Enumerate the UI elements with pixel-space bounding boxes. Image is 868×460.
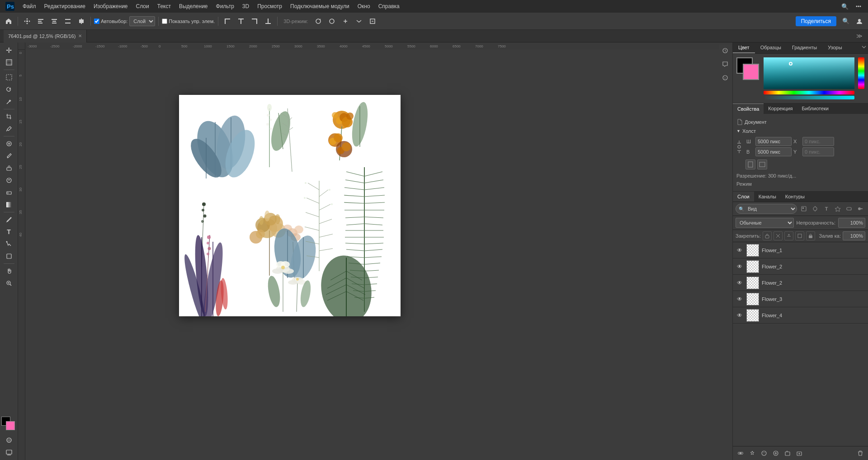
- screen-mode[interactable]: [3, 446, 15, 458]
- menu-layers[interactable]: Слои: [132, 1, 153, 11]
- stamp-tool[interactable]: [3, 162, 15, 174]
- layer-row-flower2b[interactable]: 👁 Flower_2: [733, 275, 868, 291]
- lasso-tool[interactable]: [3, 84, 15, 95]
- marquee-tool[interactable]: [3, 71, 15, 83]
- panel-collapse-icon[interactable]: ≫: [854, 33, 864, 39]
- align-tc[interactable]: [235, 15, 247, 27]
- menu-3d[interactable]: 3D: [239, 1, 253, 11]
- menu-selection[interactable]: Выделение: [175, 1, 212, 11]
- tab-libraries[interactable]: Библиотеки: [797, 103, 833, 114]
- tab-swatches[interactable]: Образцы: [755, 42, 787, 53]
- 3d-pan[interactable]: [340, 15, 351, 27]
- menu-help[interactable]: Справка: [375, 1, 403, 11]
- crop-tool[interactable]: [3, 111, 15, 122]
- color-panel-menu[interactable]: [860, 42, 868, 53]
- show-elements-checkbox[interactable]: Показать упр. элем.: [162, 19, 215, 24]
- autovybor-select[interactable]: Слой: [129, 16, 155, 26]
- filter-shape-icon[interactable]: [833, 204, 843, 214]
- zoom-tool[interactable]: [3, 277, 15, 289]
- eyedropper-tool[interactable]: [3, 123, 15, 135]
- filter-adjust-icon[interactable]: [810, 204, 820, 214]
- filter-pixel-icon[interactable]: [799, 204, 809, 214]
- tab-layers[interactable]: Слои: [733, 192, 754, 202]
- layer-row-flower1[interactable]: 👁 Flower_1: [733, 242, 868, 258]
- layer-row-flower2a[interactable]: 👁 Flower_2: [733, 258, 868, 275]
- pen-tool[interactable]: [3, 214, 15, 225]
- tab-properties[interactable]: Свойства: [733, 103, 764, 114]
- history-brush-tool[interactable]: [3, 174, 15, 186]
- layer-eye-3[interactable]: 👁: [736, 295, 744, 303]
- autovybor-checkbox[interactable]: Автовыбор:: [94, 19, 127, 24]
- delete-layer-btn[interactable]: [855, 448, 865, 458]
- tab-color[interactable]: Цвет: [733, 42, 755, 53]
- lock-image-btn[interactable]: [774, 231, 783, 240]
- blend-mode-select[interactable]: Обычные: [736, 218, 794, 228]
- filter-smart-icon[interactable]: [844, 204, 854, 214]
- tab-close-icon[interactable]: ✕: [78, 33, 82, 38]
- link-layers-btn[interactable]: [736, 448, 745, 458]
- lock-all-btn[interactable]: [806, 231, 815, 240]
- move-tool[interactable]: ✛: [3, 44, 15, 56]
- search-top-right[interactable]: 🔍: [840, 15, 852, 27]
- width-input[interactable]: [755, 137, 792, 146]
- layer-eye-1[interactable]: 👁: [736, 263, 744, 271]
- layer-row-flower3[interactable]: 👁 Flower_3: [733, 291, 868, 307]
- properties-panel-icon[interactable]: [719, 44, 731, 57]
- menu-window[interactable]: Окно: [354, 1, 374, 11]
- quick-mask-tool[interactable]: [3, 434, 15, 446]
- canvas-area[interactable]: [25, 50, 732, 460]
- y-input[interactable]: [802, 147, 834, 156]
- tab-gradients[interactable]: Градиенты: [787, 42, 822, 53]
- link-constraint[interactable]: [736, 141, 742, 153]
- search-icon-top[interactable]: 🔍: [839, 0, 851, 12]
- 3d-slide[interactable]: [353, 15, 365, 27]
- comment-icon[interactable]: [719, 58, 731, 70]
- path-selection-tool[interactable]: [3, 238, 15, 250]
- account-icon[interactable]: [854, 15, 865, 27]
- text-tool[interactable]: T: [3, 226, 15, 238]
- color-picker[interactable]: [764, 57, 854, 99]
- menu-view[interactable]: Просмотр: [254, 1, 286, 11]
- hue-slider[interactable]: [764, 91, 854, 94]
- move-tool-options[interactable]: [21, 15, 33, 27]
- options-icon[interactable]: [853, 0, 864, 12]
- add-style-btn[interactable]: [747, 448, 757, 458]
- color-spectrum[interactable]: [858, 57, 864, 89]
- lock-artboards-btn[interactable]: [795, 231, 804, 240]
- canvas-section-header[interactable]: ▼ Холст: [736, 127, 864, 136]
- home-button[interactable]: [3, 15, 14, 27]
- eraser-tool[interactable]: [3, 187, 15, 198]
- filter-toggle[interactable]: [855, 204, 865, 214]
- layer-eye-4[interactable]: 👁: [736, 311, 744, 319]
- 3d-rotate[interactable]: [312, 15, 324, 27]
- brush-tool[interactable]: [3, 150, 15, 162]
- 3d-roll[interactable]: [326, 15, 338, 27]
- layer-eye-0[interactable]: 👁: [736, 246, 744, 254]
- menu-file[interactable]: Файл: [19, 1, 40, 11]
- gradient-tool[interactable]: [3, 199, 15, 211]
- background-color[interactable]: [6, 421, 15, 430]
- artboard-tool[interactable]: [3, 56, 15, 68]
- align-tl[interactable]: [222, 15, 233, 27]
- filter-type-icon[interactable]: T: [821, 204, 831, 214]
- align-tr[interactable]: [249, 15, 260, 27]
- align-center[interactable]: [48, 15, 60, 27]
- share-button[interactable]: Поделиться: [796, 16, 836, 26]
- menu-filter[interactable]: Фильтр: [212, 1, 238, 11]
- align-left[interactable]: [35, 15, 47, 27]
- menu-text[interactable]: Текст: [154, 1, 175, 11]
- tab-correction[interactable]: Коррекция: [764, 103, 797, 114]
- tab-channels[interactable]: Каналы: [754, 192, 781, 202]
- landscape-icon[interactable]: [757, 160, 767, 169]
- align-v[interactable]: [75, 15, 87, 27]
- layers-kind-filter[interactable]: Вид: [736, 204, 797, 214]
- document-tab[interactable]: 76401.psd @ 12,5% (RGB/16) ✕: [4, 30, 87, 42]
- layer-eye-2[interactable]: 👁: [736, 279, 744, 287]
- portrait-icon[interactable]: [745, 160, 755, 169]
- add-mask-btn[interactable]: [759, 448, 769, 458]
- fill-input[interactable]: [843, 231, 865, 240]
- color-gradient-area[interactable]: [764, 57, 854, 89]
- distribute[interactable]: [62, 15, 74, 27]
- layer-row-flower4[interactable]: 👁 Flower_4: [733, 307, 868, 324]
- height-input[interactable]: [755, 147, 792, 156]
